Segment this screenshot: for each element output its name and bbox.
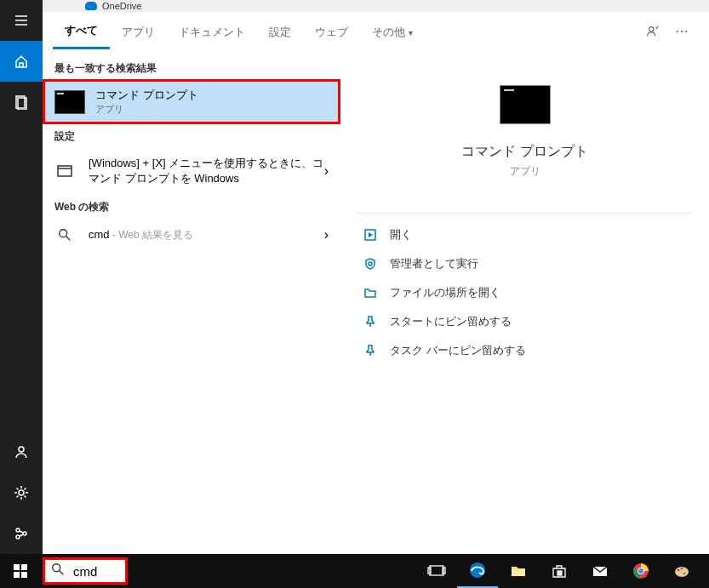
results-column: 最も一致する検索結果 コマンド プロンプト アプリ 設定 [Windows] +… bbox=[43, 51, 340, 554]
start-button[interactable] bbox=[0, 554, 41, 588]
svg-point-9 bbox=[60, 230, 67, 237]
edge-icon[interactable] bbox=[457, 554, 498, 588]
best-match-label: 最も一致する検索結果 bbox=[43, 56, 340, 79]
filter-tabs: すべて アプリ ドキュメント 設定 ウェブ その他▾ ⋯ bbox=[43, 12, 709, 51]
preview-title: コマンド プロンプト bbox=[461, 143, 587, 161]
desktop-window-titlebar: OneDrive bbox=[43, 0, 709, 12]
store-icon[interactable] bbox=[539, 554, 580, 588]
svg-rect-14 bbox=[14, 572, 20, 578]
onedrive-icon bbox=[85, 2, 97, 10]
chevron-down-icon: ▾ bbox=[409, 28, 413, 37]
taskbar bbox=[0, 554, 709, 588]
web-query-suffix: - Web 結果を見る bbox=[110, 229, 193, 241]
sidebar-share[interactable] bbox=[0, 513, 43, 554]
settings-result-item[interactable]: [Windows] + [X] メニューを使用するときに、コマンド プロンプトを… bbox=[43, 147, 340, 195]
cmd-icon bbox=[54, 90, 85, 114]
action-run-admin[interactable]: 管理者として実行 bbox=[357, 249, 692, 278]
window-layout-icon bbox=[54, 165, 75, 177]
open-icon bbox=[363, 227, 378, 243]
tab-web[interactable]: ウェブ bbox=[303, 14, 360, 49]
svg-point-29 bbox=[678, 569, 680, 572]
action-pin-taskbar[interactable]: タスク バーにピン留めする bbox=[357, 336, 692, 365]
svg-rect-23 bbox=[557, 574, 559, 575]
svg-point-7 bbox=[649, 26, 654, 31]
svg-point-27 bbox=[638, 568, 643, 574]
svg-point-4 bbox=[16, 528, 20, 532]
tab-settings[interactable]: 設定 bbox=[257, 14, 303, 49]
tab-more[interactable]: その他▾ bbox=[360, 14, 425, 49]
svg-point-16 bbox=[53, 564, 60, 572]
sidebar-settings-gear[interactable] bbox=[0, 472, 43, 513]
svg-rect-12 bbox=[14, 564, 20, 570]
preview-cmd-icon bbox=[500, 85, 551, 124]
more-options-icon[interactable]: ⋯ bbox=[673, 23, 690, 40]
svg-point-6 bbox=[16, 535, 20, 539]
pin-icon bbox=[363, 314, 378, 329]
svg-rect-13 bbox=[21, 564, 27, 570]
action-open[interactable]: 開く bbox=[357, 220, 692, 249]
svg-rect-24 bbox=[560, 574, 562, 575]
chrome-icon[interactable] bbox=[620, 554, 661, 588]
preview-column: コマンド プロンプト アプリ 開く 管理者として実行 ファイルの場所を開く bbox=[340, 51, 709, 554]
result-title: コマンド プロンプト bbox=[95, 88, 329, 103]
start-sidebar bbox=[0, 0, 43, 554]
sidebar-home[interactable] bbox=[0, 41, 43, 82]
paint-icon[interactable] bbox=[661, 554, 702, 588]
svg-point-11 bbox=[369, 262, 372, 265]
svg-point-3 bbox=[19, 490, 24, 495]
svg-rect-17 bbox=[430, 566, 443, 575]
web-search-item[interactable]: cmd - Web 結果を見る › bbox=[43, 218, 340, 251]
tab-documents[interactable]: ドキュメント bbox=[167, 14, 257, 49]
svg-rect-22 bbox=[560, 571, 562, 573]
svg-point-2 bbox=[19, 447, 24, 452]
preview-actions: 開く 管理者として実行 ファイルの場所を開く スタートにピン留めする タスク バ… bbox=[357, 213, 692, 365]
chevron-right-icon: › bbox=[324, 163, 329, 179]
settings-item-text: [Windows] + [X] メニューを使用するときに、コマンド プロンプトを… bbox=[89, 156, 324, 186]
taskbar-search-input[interactable] bbox=[73, 564, 119, 579]
web-section-label: Web の検索 bbox=[43, 195, 340, 218]
svg-rect-15 bbox=[21, 572, 27, 578]
folder-icon bbox=[363, 285, 378, 300]
file-explorer-icon[interactable] bbox=[498, 554, 539, 588]
task-view-icon[interactable] bbox=[416, 554, 457, 588]
shield-icon bbox=[363, 256, 378, 271]
svg-point-5 bbox=[23, 532, 26, 535]
svg-rect-21 bbox=[557, 571, 559, 573]
svg-rect-8 bbox=[58, 166, 71, 176]
pin-icon bbox=[363, 343, 378, 358]
result-command-prompt[interactable]: コマンド プロンプト アプリ bbox=[43, 79, 340, 124]
action-open-location[interactable]: ファイルの場所を開く bbox=[357, 278, 692, 307]
sidebar-account[interactable] bbox=[0, 431, 43, 472]
taskbar-search-box[interactable] bbox=[43, 557, 128, 585]
mail-icon[interactable] bbox=[580, 554, 620, 588]
result-subtitle: アプリ bbox=[95, 103, 329, 116]
tab-all[interactable]: すべて bbox=[53, 13, 110, 49]
search-panel: すべて アプリ ドキュメント 設定 ウェブ その他▾ ⋯ 最も一致する検索結果 … bbox=[43, 12, 709, 554]
action-pin-start[interactable]: スタートにピン留めする bbox=[357, 307, 692, 336]
svg-point-32 bbox=[683, 573, 686, 575]
search-icon bbox=[54, 228, 75, 242]
desktop-window-title: OneDrive bbox=[102, 1, 141, 11]
tab-apps[interactable]: アプリ bbox=[110, 14, 167, 49]
sidebar-documents[interactable] bbox=[0, 82, 43, 123]
svg-point-31 bbox=[684, 569, 687, 572]
preview-subtitle: アプリ bbox=[510, 164, 540, 179]
settings-section-label: 設定 bbox=[43, 124, 340, 147]
feedback-icon[interactable] bbox=[644, 23, 661, 40]
svg-point-30 bbox=[681, 568, 683, 570]
search-icon bbox=[51, 562, 65, 579]
chevron-right-icon: › bbox=[324, 227, 329, 243]
menu-button[interactable] bbox=[0, 0, 43, 41]
web-query-text: cmd bbox=[89, 228, 110, 241]
